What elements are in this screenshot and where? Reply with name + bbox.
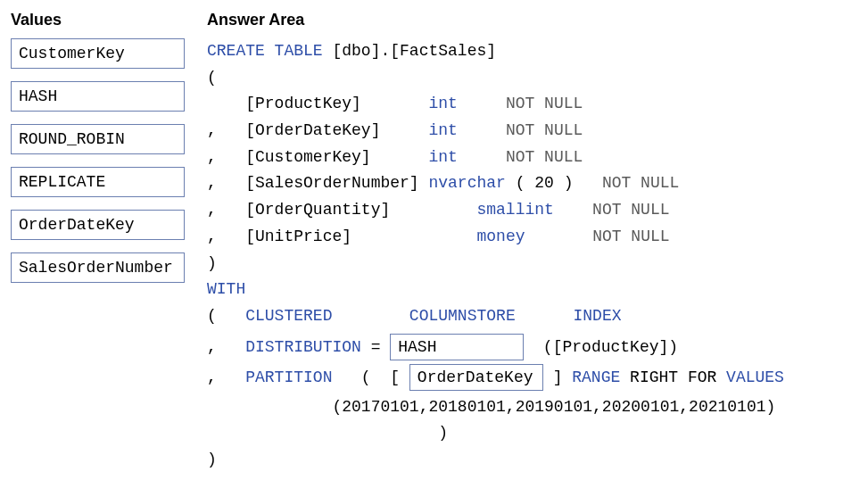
answer-title: Answer Area <box>207 11 857 29</box>
values-panel: Values CustomerKey HASH ROUND_ROBIN REPL… <box>11 11 185 474</box>
type-smallint: smallint <box>476 201 553 219</box>
kw-create-table: CREATE TABLE <box>207 42 332 60</box>
line-partition: , PARTITION ( [ OrderDateKey ] RANGE RIG… <box>207 364 857 391</box>
line-orderquantity: , [OrderQuantity] smallint NOT NULL <box>207 197 857 224</box>
col-salesordernumber: [SalesOrderNumber] <box>245 174 428 192</box>
type-nvarchar: nvarchar <box>428 174 515 192</box>
line-close-cols: ) <box>207 251 857 277</box>
value-item-customerkey[interactable]: CustomerKey <box>11 38 185 69</box>
kw-clustered: CLUSTERED <box>245 307 409 325</box>
distribution-column: ([ProductKey]) <box>524 338 678 356</box>
value-item-replicate[interactable]: REPLICATE <box>11 167 185 197</box>
line-orderdatekey: , [OrderDateKey] int NOT NULL <box>207 118 857 145</box>
line-open-paren: ( <box>207 65 857 92</box>
not-null: NOT NULL <box>592 228 669 245</box>
values-title: Values <box>11 11 185 29</box>
line-customerkey: , [CustomerKey] int NOT NULL <box>207 145 857 171</box>
value-item-round-robin[interactable]: ROUND_ROBIN <box>11 124 185 154</box>
kw-columnstore: COLUMNSTORE <box>409 307 574 325</box>
line-productkey: [ProductKey] int NOT NULL <box>207 91 857 118</box>
type-money: money <box>476 228 525 245</box>
kw-partition: PARTITION <box>245 368 361 386</box>
kw-index: INDEX <box>574 307 622 325</box>
type-int: int <box>428 148 457 166</box>
value-item-orderdatekey[interactable]: OrderDateKey <box>11 210 185 240</box>
line-final-close: ) <box>207 447 857 474</box>
col-productkey: [ProductKey] <box>245 95 361 112</box>
line-partition-values: (20170101,20180101,20190101,20200101,202… <box>207 394 857 421</box>
line-with: WITH <box>207 277 857 303</box>
kw-values: VALUES <box>726 368 784 386</box>
type-int: int <box>428 121 457 139</box>
type-int: int <box>428 95 457 112</box>
col-unitprice: [UnitPrice] <box>245 228 351 245</box>
answer-area: Answer Area CREATE TABLE [dbo].[FactSale… <box>207 11 857 474</box>
line-distribution: , DISTRIBUTION = HASH ([ProductKey]) <box>207 334 857 360</box>
drop-target-partition[interactable]: OrderDateKey <box>409 364 543 391</box>
line-create: CREATE TABLE [dbo].[FactSales] <box>207 38 857 65</box>
line-salesordernumber: , [SalesOrderNumber] nvarchar ( 20 ) NOT… <box>207 170 857 197</box>
line-partition-close: ) <box>207 420 857 447</box>
col-orderquantity: [OrderQuantity] <box>245 201 390 219</box>
kw-distribution: DISTRIBUTION <box>245 338 370 356</box>
value-item-hash[interactable]: HASH <box>11 81 185 112</box>
col-customerkey: [CustomerKey] <box>245 148 370 166</box>
drop-target-distribution[interactable]: HASH <box>390 334 524 360</box>
not-null: NOT NULL <box>506 121 583 139</box>
line-unitprice: , [UnitPrice] money NOT NULL <box>207 224 857 251</box>
value-item-salesordernumber[interactable]: SalesOrderNumber <box>11 252 185 283</box>
kw-range: RANGE <box>572 368 630 386</box>
col-orderdatekey: [OrderDateKey] <box>245 121 380 139</box>
not-null: NOT NULL <box>506 95 583 112</box>
line-cci: ( CLUSTERED COLUMNSTORE INDEX <box>207 303 857 330</box>
not-null: NOT NULL <box>506 148 583 166</box>
table-name: [dbo].[FactSales] <box>332 42 496 60</box>
not-null: NOT NULL <box>602 174 679 192</box>
not-null: NOT NULL <box>592 201 669 219</box>
